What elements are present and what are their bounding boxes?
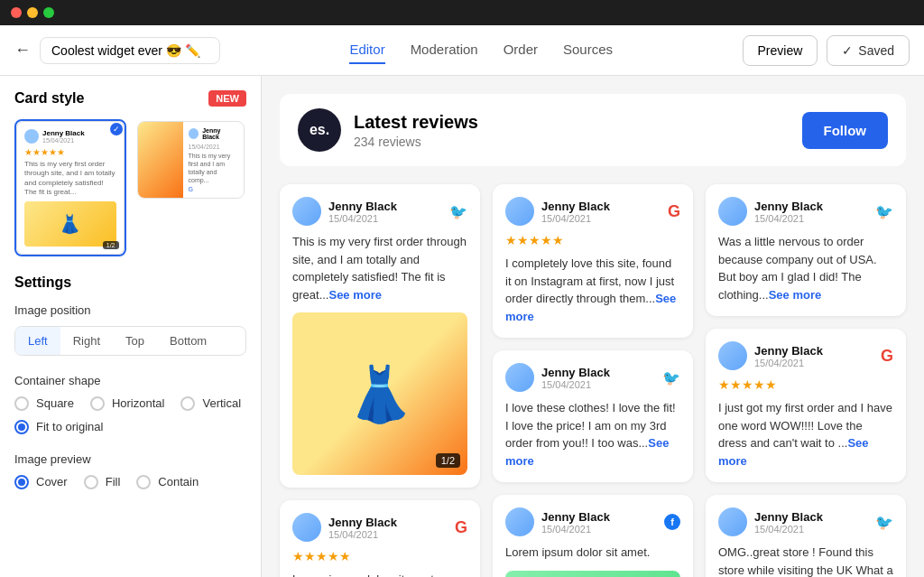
preview-fill-radio[interactable] xyxy=(84,475,98,489)
brand-logo: es. xyxy=(298,108,341,152)
reviews-count: 234 reviews xyxy=(354,135,478,149)
google-icon: G xyxy=(455,518,467,537)
reviewer-info: Jenny Black 15/04/2021 xyxy=(292,513,397,542)
reviewer-info: Jenny Black 15/04/2021 xyxy=(505,197,610,226)
position-bottom-btn[interactable]: Bottom xyxy=(157,327,219,355)
reviewer-date: 15/04/2021 xyxy=(754,213,823,224)
dot-red xyxy=(11,7,22,18)
container-shape-label: Container shape xyxy=(14,374,246,387)
reviewer-date: 15/04/2021 xyxy=(754,358,823,368)
nav-editor[interactable]: Editor xyxy=(349,36,384,64)
google-icon: G xyxy=(881,347,893,366)
nav-sources[interactable]: Sources xyxy=(563,36,613,64)
image-preview-label: Image preview xyxy=(14,452,246,466)
review-card: Jenny Black 15/04/2021 🐦 Was a little ne… xyxy=(706,184,906,316)
shape-fit[interactable]: Fit to original xyxy=(14,420,246,434)
shape-square-label: Square xyxy=(36,396,74,410)
review-card-header: Jenny Black 15/04/2021 G xyxy=(718,341,893,370)
reviews-header: es. Latest reviews 234 reviews Follow xyxy=(280,94,906,166)
review-image: 👗 xyxy=(292,312,467,475)
image-badge: 1/2 xyxy=(436,453,460,468)
shape-fit-row: Fit to original xyxy=(14,420,246,434)
reviewer-avatar xyxy=(505,507,534,536)
topbar-left: ← xyxy=(14,37,220,64)
check-icon: ✓ xyxy=(842,43,853,58)
reviews-header-left: es. Latest reviews 234 reviews xyxy=(298,108,478,152)
review-text: This is my very first order through site… xyxy=(292,233,467,303)
selected-checkmark: ✓ xyxy=(110,123,123,135)
saved-button[interactable]: ✓ Saved xyxy=(827,35,910,66)
see-more-link[interactable]: See more xyxy=(505,436,669,468)
reviews-col-1: Jenny Black 15/04/2021 G ★★★★★ I complet… xyxy=(493,184,693,577)
see-more-link[interactable]: See more xyxy=(505,292,676,323)
review-card: Jenny Black 15/04/2021 🐦 This is my very… xyxy=(280,184,480,488)
review-image-placeholder: 🧣 1/2 xyxy=(505,571,680,578)
reviewer-info: Jenny Black 15/04/2021 xyxy=(718,507,823,536)
see-more-link[interactable]: See more xyxy=(718,436,869,468)
card-preview-2[interactable]: Jenny Black 15/04/2021 This is my very f… xyxy=(135,119,247,256)
reviewer-name: Jenny Black xyxy=(754,200,823,213)
reviews-title: Latest reviews xyxy=(354,112,478,133)
review-card: Jenny Black 15/04/2021 🐦 I love these cl… xyxy=(493,350,693,482)
shape-horizontal[interactable]: Horizontal xyxy=(90,396,165,411)
container-shape-group: Container shape Square Horizontal Vertic… xyxy=(14,374,246,434)
reviewer-avatar xyxy=(505,363,534,392)
shape-vertical[interactable]: Vertical xyxy=(180,396,241,411)
preview-contain-radio[interactable] xyxy=(136,475,151,489)
preview-avatar xyxy=(24,129,39,144)
reviewer-info: Jenny Black 15/04/2021 xyxy=(292,197,397,226)
reviewer-name: Jenny Black xyxy=(754,344,823,358)
reviewer-name: Jenny Black xyxy=(328,200,397,213)
see-more-link[interactable]: See more xyxy=(328,288,382,302)
preview-fill[interactable]: Fill xyxy=(84,475,121,489)
image-position-group: Image position Left Right Top Bottom xyxy=(14,303,246,356)
preview-cover-radio[interactable] xyxy=(14,475,29,489)
shape-vertical-radio[interactable] xyxy=(180,396,195,411)
follow-button[interactable]: Follow xyxy=(802,112,889,149)
card-style-title: Card style xyxy=(14,90,84,107)
preview-button[interactable]: Preview xyxy=(743,35,818,66)
review-card-header: Jenny Black 15/04/2021 G xyxy=(505,197,680,226)
reviewer-info: Jenny Black 15/04/2021 xyxy=(718,197,823,226)
window-bar xyxy=(0,0,924,25)
preview-contain[interactable]: Contain xyxy=(136,475,199,489)
preview-cover[interactable]: Cover xyxy=(14,475,68,489)
shape-square-radio[interactable] xyxy=(14,396,29,411)
preview-contain-label: Contain xyxy=(158,475,199,489)
shape-horizontal-radio[interactable] xyxy=(90,396,105,411)
card-preview-1[interactable]: Jenny Black 15/04/2021 ★★★★★ This is my … xyxy=(14,119,126,256)
nav-moderation[interactable]: Moderation xyxy=(411,36,478,64)
review-card: Jenny Black 15/04/2021 G ★★★★★ I complet… xyxy=(493,184,693,338)
shape-fit-label: Fit to original xyxy=(36,420,103,433)
facebook-icon: f xyxy=(664,514,680,530)
shape-vertical-label: Vertical xyxy=(202,396,241,410)
dot-yellow xyxy=(27,7,38,18)
reviews-title-block: Latest reviews 234 reviews xyxy=(354,112,478,149)
review-image-placeholder: 👗 1/2 xyxy=(292,312,467,475)
see-more-link[interactable]: See more xyxy=(769,288,822,302)
preview-cover-label: Cover xyxy=(36,475,68,489)
image-position-label: Image position xyxy=(14,303,246,317)
review-card-header: Jenny Black 15/04/2021 🐦 xyxy=(292,197,467,226)
card-preview-selected[interactable]: Jenny Black 15/04/2021 ★★★★★ This is my … xyxy=(14,119,126,256)
review-stars: ★★★★★ xyxy=(718,377,893,392)
reviewer-avatar xyxy=(292,197,321,226)
google-icon: G xyxy=(668,202,680,221)
reviews-col-2: Jenny Black 15/04/2021 🐦 Was a little ne… xyxy=(706,184,906,577)
shape-fit-radio[interactable] xyxy=(14,420,29,434)
reviewer-date: 15/04/2021 xyxy=(328,529,397,540)
position-top-btn[interactable]: Top xyxy=(113,327,157,355)
twitter-icon: 🐦 xyxy=(449,203,467,220)
settings-section: Settings Image position Left Right Top B… xyxy=(14,275,246,489)
back-button[interactable]: ← xyxy=(14,41,31,60)
content-area: es. Latest reviews 234 reviews Follow xyxy=(262,76,924,577)
review-stars: ★★★★★ xyxy=(505,233,680,247)
reviewer-date: 15/04/2021 xyxy=(328,213,397,224)
position-left-btn[interactable]: Left xyxy=(15,327,60,355)
widget-title-input[interactable] xyxy=(40,37,220,64)
position-right-btn[interactable]: Right xyxy=(60,327,113,355)
shape-square[interactable]: Square xyxy=(14,396,74,411)
reviewer-info: Jenny Black 15/04/2021 xyxy=(718,341,823,370)
nav-order[interactable]: Order xyxy=(504,36,538,64)
topbar: ← Editor Moderation Order Sources Previe… xyxy=(0,25,924,76)
